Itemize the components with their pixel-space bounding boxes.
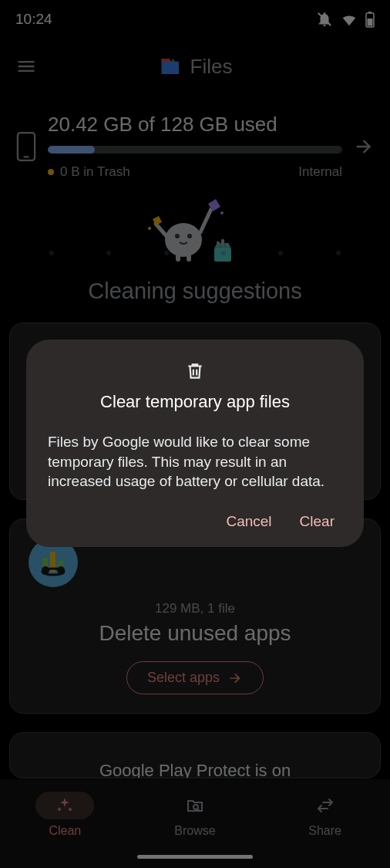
dialog-title: Clear temporary app files bbox=[48, 392, 342, 412]
clear-temp-files-dialog: Clear temporary app files Files by Googl… bbox=[26, 339, 364, 547]
clear-button[interactable]: Clear bbox=[300, 513, 335, 530]
dialog-body: Files by Google would like to clear some… bbox=[48, 432, 342, 491]
cancel-button[interactable]: Cancel bbox=[226, 513, 271, 530]
trash-icon bbox=[185, 361, 205, 381]
